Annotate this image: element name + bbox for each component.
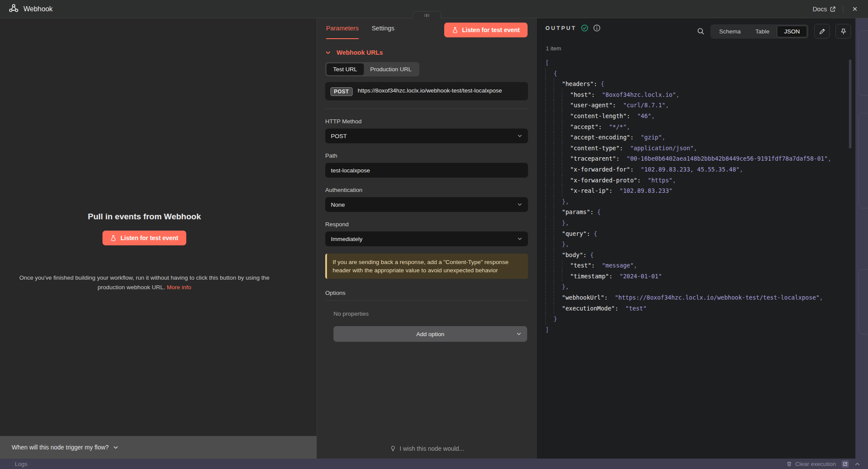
pin-data-button[interactable] — [835, 24, 851, 39]
json-line: "host": "8oxof34hzc.loclx.io", — [545, 89, 839, 100]
field-select[interactable]: None — [325, 197, 528, 212]
trigger-info-footer[interactable]: When will this node trigger my flow? — [0, 436, 317, 459]
input-panel: Pull in events from Webhook Listen for t… — [0, 18, 317, 459]
production-url-tab[interactable]: Production URL — [364, 63, 418, 75]
chevron-up-icon[interactable] — [855, 461, 860, 467]
chevron-down-icon — [517, 133, 522, 139]
webhook-url-text: https://8oxof34hzc.loclx.io/webhook-test… — [358, 86, 502, 95]
flask-icon — [452, 27, 458, 33]
edit-output-button[interactable] — [814, 24, 830, 39]
close-button[interactable]: ✕ — [850, 4, 859, 14]
parameters-fields: HTTP MethodPOSTPathtest-localxposeAuthen… — [325, 118, 528, 246]
url-type-toggle: Test URL Production URL — [325, 62, 419, 76]
content-type-notice: If you are sending back a response, add … — [325, 254, 528, 279]
pop-out-icon — [843, 462, 847, 466]
listen-for-test-event-button[interactable]: Listen for test event — [102, 231, 186, 245]
output-title: OUTPUT — [545, 25, 576, 31]
json-line: }, — [545, 281, 839, 292]
json-line: }, — [545, 239, 839, 250]
section-divider — [325, 109, 528, 109]
field-label: Respond — [325, 221, 528, 228]
tab-settings[interactable]: Settings — [372, 18, 394, 39]
field-select[interactable]: Immediately — [325, 231, 528, 246]
chevron-down-icon — [113, 445, 119, 450]
test-url-tab[interactable]: Test URL — [327, 63, 364, 75]
http-method-badge: POST — [330, 87, 353, 96]
json-line: } — [545, 314, 839, 324]
logs-bar: Logs Clear execution — [0, 459, 868, 469]
canvas-edge-strip — [855, 18, 868, 459]
webhook-node-icon — [9, 3, 19, 15]
json-line: "test": "message", — [545, 260, 839, 271]
external-link-icon — [830, 6, 836, 12]
json-line: "x-real-ip": "102.89.83.233" — [545, 185, 839, 196]
flask-icon — [110, 235, 116, 241]
parameters-tab-bar: Parameters Settings — [326, 18, 394, 39]
logs-toggle[interactable]: Logs — [15, 461, 27, 467]
json-line: }, — [545, 196, 839, 207]
pin-icon — [840, 28, 847, 35]
output-scrollbar-thumb[interactable] — [849, 59, 851, 149]
field-label: HTTP Method — [325, 118, 528, 125]
json-line: "content-length": "46", — [545, 111, 839, 122]
lightbulb-icon — [390, 446, 396, 452]
parameter-field: Pathtest-localxpose — [325, 152, 528, 178]
view-tab-table[interactable]: Table — [748, 26, 777, 37]
add-option-button[interactable]: Add option — [333, 326, 527, 342]
field-label: Path — [325, 152, 528, 159]
json-line: "headers": { — [545, 79, 839, 89]
json-line: [ — [545, 57, 839, 68]
field-select[interactable]: POST — [325, 129, 528, 143]
success-check-icon — [581, 24, 588, 32]
view-tab-json[interactable]: JSON — [777, 26, 807, 37]
json-line: "webhookUrl": "https://8oxof34hzc.loclx.… — [545, 292, 839, 303]
json-line: "x-forwarded-proto": "https", — [545, 175, 839, 186]
json-line: "content-type": "application/json", — [545, 143, 839, 154]
items-count: 1 item — [546, 45, 561, 52]
node-feedback-link[interactable]: I wish this node would... — [317, 445, 537, 452]
parameter-field: HTTP MethodPOST — [325, 118, 528, 143]
field-text-input[interactable]: test-localxpose — [325, 163, 528, 178]
node-title: Webhook — [23, 5, 53, 13]
chevron-down-icon — [516, 331, 521, 337]
json-line: }, — [545, 218, 839, 228]
options-label: Options — [325, 290, 528, 296]
panel-drag-handle[interactable] — [413, 11, 441, 19]
output-panel: OUTPUT Schema Table JSON — [538, 18, 855, 459]
docs-link[interactable]: Docs — [812, 6, 836, 13]
pencil-icon — [819, 28, 825, 35]
webhook-node-detail-view: Webhook Docs ✕ Pull in events from Webho… — [0, 0, 868, 469]
json-line: "body": { — [545, 250, 839, 261]
field-label: Authentication — [325, 187, 528, 193]
tab-parameters[interactable]: Parameters — [326, 18, 359, 39]
json-line: { — [545, 68, 839, 79]
chevron-down-icon — [517, 202, 522, 207]
parameters-panel: Parameters Settings Listen for test even… — [317, 18, 538, 459]
json-line: "user-agent": "curl/8.7.1", — [545, 100, 839, 111]
json-line: ] — [545, 324, 839, 335]
info-icon[interactable] — [593, 24, 601, 32]
chevron-down-icon — [325, 50, 331, 56]
search-button[interactable] — [697, 27, 705, 35]
json-view: [{"headers": {"host": "8oxof34hzc.loclx.… — [545, 57, 839, 454]
view-tab-schema[interactable]: Schema — [712, 26, 748, 37]
parameter-field: RespondImmediately — [325, 221, 528, 246]
listen-for-test-event-button[interactable]: Listen for test event — [444, 23, 528, 37]
json-line: "timestamp": "2024-01-01" — [545, 271, 839, 282]
output-view-toggle: Schema Table JSON — [710, 24, 809, 39]
webhook-url-copy-box[interactable]: POST https://8oxof34hzc.loclx.io/webhook… — [325, 82, 528, 100]
production-hint: Once you've finished building your workf… — [20, 273, 270, 292]
webhook-urls-section-header[interactable]: Webhook URLs — [325, 49, 528, 56]
json-line: "accept": "*/*", — [545, 122, 839, 132]
no-properties-text: No properties — [333, 310, 528, 317]
search-icon — [697, 27, 705, 35]
parameter-field: AuthenticationNone — [325, 187, 528, 212]
open-logs-panel-button[interactable] — [842, 460, 849, 468]
json-line: "accept-encoding": "gzip", — [545, 132, 839, 143]
json-line: "x-forwarded-for": "102.89.83.233, 45.55… — [545, 164, 839, 175]
clear-execution-button[interactable]: Clear execution — [786, 461, 836, 467]
chevron-down-icon — [517, 236, 522, 241]
more-info-link[interactable]: More info — [167, 284, 191, 291]
options-divider — [325, 300, 528, 301]
json-line: "traceparent": "00-16be0b6402aea148b2bbb… — [545, 153, 839, 164]
